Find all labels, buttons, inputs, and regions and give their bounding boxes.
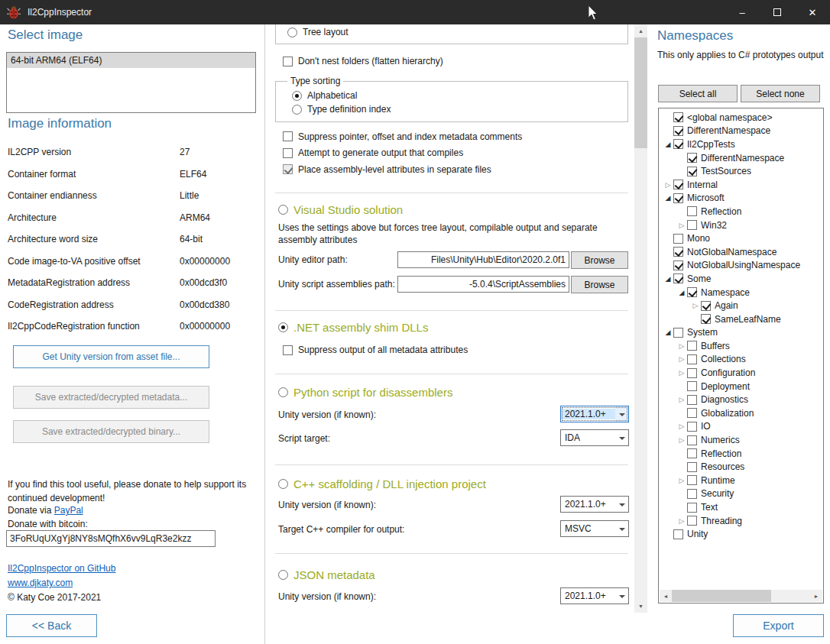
cpp-compiler-select[interactable]: MSVC	[560, 520, 629, 537]
script-target-select[interactable]: IDA	[560, 429, 629, 446]
suppress-metadata-attributes-checkbox[interactable]: Suppress output of all metadata attribut…	[283, 345, 468, 355]
scroll-right-arrow[interactable]: ►	[810, 590, 822, 602]
tree-item[interactable]: Namespace	[660, 286, 822, 299]
tree-item[interactable]: Security	[660, 487, 822, 501]
image-list-item[interactable]: 64-bit ARM64 (ELF64)	[7, 53, 255, 68]
cpp-unity-version-select[interactable]: 2021.1.0+	[560, 496, 629, 513]
select-all-button[interactable]: Select all	[658, 85, 738, 102]
tree-item[interactable]: DifferentNamespace	[660, 151, 822, 165]
dotnet-shim-radio[interactable]: .NET assembly shim DLLs	[278, 321, 428, 334]
tree-checkbox[interactable]	[701, 301, 711, 311]
expander-icon[interactable]	[676, 435, 687, 445]
tree-checkbox[interactable]	[687, 354, 697, 364]
tree-item[interactable]: Microsoft	[660, 192, 822, 205]
scroll-down-arrow[interactable]: ▼	[634, 600, 647, 613]
expander-icon[interactable]	[676, 516, 687, 526]
scrollbar-track[interactable]	[672, 590, 810, 602]
tree-item[interactable]: NotGlobalUsingNamespace	[660, 259, 822, 273]
json-metadata-radio[interactable]: JSON metadata	[278, 568, 375, 581]
github-link[interactable]: Il2CppInspector on GitHub	[8, 563, 115, 574]
maximize-button[interactable]	[760, 0, 795, 24]
tree-item[interactable]: Internal	[660, 178, 822, 192]
tree-checkbox[interactable]	[673, 328, 683, 338]
export-button[interactable]: Export	[733, 614, 824, 637]
option-checkbox-row[interactable]: Place assembly-level attributes in separ…	[283, 161, 634, 178]
tree-item[interactable]: Reflection	[660, 205, 822, 218]
tree-item[interactable]: Again	[660, 299, 822, 312]
expander-icon[interactable]	[676, 287, 687, 298]
tree-checkbox[interactable]	[687, 448, 697, 458]
tree-item[interactable]: Collections	[660, 353, 822, 367]
expander-icon[interactable]	[676, 394, 687, 405]
option-checkbox-row[interactable]: Suppress pointer, offset and index metad…	[283, 128, 634, 145]
expander-icon[interactable]	[676, 220, 687, 231]
tree-checkbox[interactable]	[687, 220, 697, 230]
tree-item[interactable]: Some	[660, 272, 822, 286]
tree-checkbox[interactable]	[687, 462, 697, 472]
tree-checkbox[interactable]	[687, 503, 697, 513]
tree-item[interactable]: SameLeafName	[660, 312, 822, 326]
tree-checkbox[interactable]	[673, 139, 683, 149]
minimize-button[interactable]: –	[725, 0, 760, 24]
tree-item[interactable]: Deployment	[660, 380, 822, 393]
expander-icon[interactable]	[676, 421, 687, 432]
tree-layout-radio[interactable]: Tree layout	[287, 27, 349, 37]
tree-checkbox[interactable]	[687, 341, 697, 351]
tree-checkbox[interactable]	[673, 193, 683, 203]
tree-item[interactable]: IO	[660, 420, 822, 434]
tree-item[interactable]: NotGlobalNamespace	[660, 245, 822, 259]
tree-item[interactable]: <global namespace>	[660, 111, 822, 125]
expander-icon[interactable]	[663, 193, 673, 203]
tree-item[interactable]: TestSources	[660, 164, 822, 178]
scrollbar-thumb[interactable]	[672, 590, 771, 602]
browse-assemblies-path-button[interactable]: Browse	[571, 276, 628, 293]
tree-item[interactable]: Win32	[660, 218, 822, 232]
tree-checkbox[interactable]	[673, 112, 683, 122]
tree-horizontal-scrollbar[interactable]: ◄ ►	[660, 590, 822, 602]
scroll-up-arrow[interactable]: ▲	[634, 24, 647, 37]
tree-item[interactable]: Diagnostics	[660, 393, 822, 406]
expander-icon[interactable]	[663, 180, 673, 190]
scroll-left-arrow[interactable]: ◄	[660, 590, 672, 602]
alphabetical-radio[interactable]: Alphabetical	[292, 90, 357, 101]
tree-checkbox[interactable]	[687, 167, 697, 176]
expander-icon[interactable]	[663, 327, 673, 338]
tree-checkbox[interactable]	[687, 206, 697, 216]
python-unity-version-select[interactable]: 2021.1.0+	[560, 406, 629, 422]
website-link[interactable]: www.djkaty.com	[8, 578, 73, 588]
visual-studio-solution-radio[interactable]: Visual Studio solution	[278, 203, 403, 216]
tree-item[interactable]: Globalization	[660, 406, 822, 420]
save-binary-button[interactable]: Save extracted/decrypted binary...	[13, 420, 209, 443]
option-checkbox-row[interactable]: Attempt to generate output that compiles	[283, 145, 634, 162]
tree-checkbox[interactable]	[673, 180, 683, 189]
unity-editor-path-input[interactable]: Files\Unity\Hub\Editor\2020.2.0f1	[397, 251, 569, 268]
expander-icon[interactable]	[663, 139, 673, 150]
tree-checkbox[interactable]	[687, 287, 697, 297]
tree-item[interactable]: Text	[660, 500, 822, 514]
tree-item[interactable]: Runtime	[660, 474, 822, 487]
tree-checkbox[interactable]	[673, 261, 683, 270]
python-script-radio[interactable]: Python script for disassemblers	[278, 386, 452, 399]
tree-checkbox[interactable]	[687, 489, 697, 499]
tree-item[interactable]: DifferentNamespace	[660, 125, 822, 138]
get-unity-version-button[interactable]: Get Unity version from asset file...	[13, 345, 209, 368]
tree-checkbox[interactable]	[673, 247, 683, 257]
flatten-hierarchy-checkbox[interactable]: Don't nest folders (flatten hierarchy)	[283, 56, 443, 66]
expander-icon[interactable]	[676, 367, 687, 378]
tree-checkbox[interactable]	[687, 516, 697, 526]
tree-checkbox[interactable]	[673, 126, 683, 136]
tree-checkbox[interactable]	[687, 153, 697, 163]
tree-checkbox[interactable]	[673, 234, 683, 244]
tree-checkbox[interactable]	[673, 529, 683, 539]
tree-checkbox[interactable]	[687, 475, 697, 485]
cpp-scaffolding-radio[interactable]: C++ scaffolding / DLL injection project	[278, 477, 486, 490]
tree-item[interactable]: Resources	[660, 460, 822, 474]
tree-checkbox[interactable]	[687, 381, 697, 391]
expander-icon[interactable]	[663, 273, 673, 284]
tree-item[interactable]: Il2CppTests	[660, 138, 822, 151]
tree-item[interactable]: Configuration	[660, 366, 822, 380]
image-listbox[interactable]: 64-bit ARM64 (ELF64)	[6, 52, 256, 113]
json-unity-version-select[interactable]: 2021.1.0+	[560, 587, 629, 604]
tree-checkbox[interactable]	[687, 368, 697, 378]
expander-icon[interactable]	[676, 341, 687, 351]
